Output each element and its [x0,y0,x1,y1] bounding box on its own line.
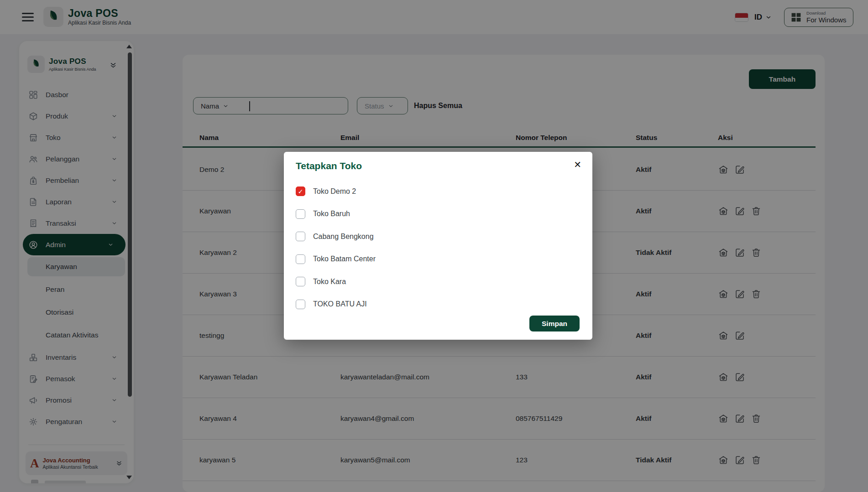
store-option: Toko Kara [296,270,580,293]
store-checkbox[interactable] [296,209,305,219]
store-checkbox[interactable] [296,232,305,241]
save-button[interactable]: Simpan [529,316,580,331]
assign-store-modal: Tetapkan Toko ✕ ✓Toko Demo 2Toko BaruhCa… [284,152,592,340]
store-option-label: Cabang Bengkong [313,233,374,241]
store-option-label: Toko Demo 2 [313,187,356,196]
store-option: ✓Toko Demo 2 [296,180,580,203]
store-checkbox[interactable] [296,277,305,286]
close-icon[interactable]: ✕ [574,159,581,170]
store-option-label: TOKO BATU AJI [313,300,367,308]
modal-title: Tetapkan Toko [296,161,362,171]
store-option: Toko Batam Center [296,248,580,271]
store-option: Cabang Bengkong [296,225,580,248]
store-option-label: Toko Baruh [313,210,350,218]
store-checkbox[interactable] [296,254,305,264]
store-checkbox[interactable]: ✓ [296,186,305,196]
store-option-label: Toko Kara [313,278,346,286]
store-option: Toko Baruh [296,203,580,226]
store-checkbox[interactable] [296,300,305,309]
store-option: TOKO BATU AJI [296,293,580,316]
store-option-label: Toko Batam Center [313,255,376,263]
store-options-list: ✓Toko Demo 2Toko BaruhCabang BengkongTok… [296,180,580,316]
